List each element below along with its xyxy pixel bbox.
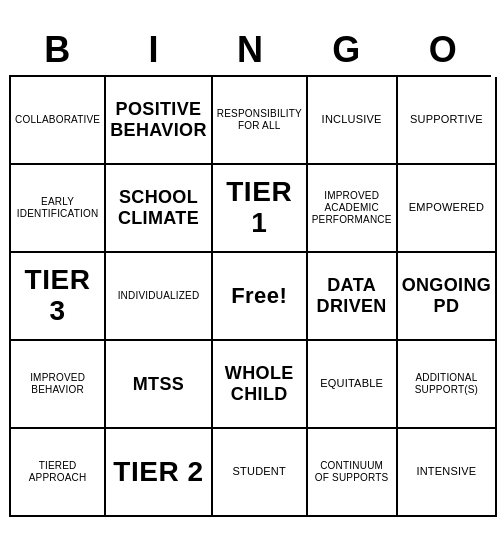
bingo-cell[interactable]: EMPOWERED bbox=[398, 165, 498, 253]
letter-n: N bbox=[206, 29, 294, 71]
bingo-cell[interactable]: SCHOOL CLIMATE bbox=[106, 165, 213, 253]
bingo-grid: COLLABORATIVEPOSITIVE BEHAVIORRESPONSIBI… bbox=[9, 75, 491, 517]
bingo-card: B I N G O COLLABORATIVEPOSITIVE BEHAVIOR… bbox=[5, 23, 495, 521]
bingo-cell[interactable]: COLLABORATIVE bbox=[11, 77, 106, 165]
letter-o: O bbox=[399, 29, 487, 71]
bingo-cell[interactable]: TIER 1 bbox=[213, 165, 308, 253]
bingo-cell[interactable]: TIERED APPROACH bbox=[11, 429, 106, 517]
letter-g: G bbox=[302, 29, 390, 71]
letter-i: I bbox=[110, 29, 198, 71]
bingo-cell[interactable]: EQUITABLE bbox=[308, 341, 398, 429]
bingo-cell[interactable]: STUDENT bbox=[213, 429, 308, 517]
bingo-cell[interactable]: WHOLE CHILD bbox=[213, 341, 308, 429]
bingo-cell[interactable]: ADDITIONAL SUPPORT(S) bbox=[398, 341, 498, 429]
bingo-cell[interactable]: INCLUSIVE bbox=[308, 77, 398, 165]
bingo-cell[interactable]: POSITIVE BEHAVIOR bbox=[106, 77, 213, 165]
bingo-cell[interactable]: ONGOING PD bbox=[398, 253, 498, 341]
bingo-cell[interactable]: RESPONSIBILITY FOR ALL bbox=[213, 77, 308, 165]
bingo-cell[interactable]: EARLY IDENTIFICATION bbox=[11, 165, 106, 253]
bingo-cell[interactable]: INDIVIDUALIZED bbox=[106, 253, 213, 341]
bingo-cell[interactable]: SUPPORTIVE bbox=[398, 77, 498, 165]
bingo-cell[interactable]: IMPROVED ACADEMIC PERFORMANCE bbox=[308, 165, 398, 253]
bingo-cell[interactable]: TIER 2 bbox=[106, 429, 213, 517]
bingo-cell[interactable]: IMPROVED BEHAVIOR bbox=[11, 341, 106, 429]
bingo-cell[interactable]: Free! bbox=[213, 253, 308, 341]
bingo-cell[interactable]: TIER 3 bbox=[11, 253, 106, 341]
bingo-header: B I N G O bbox=[9, 27, 491, 75]
bingo-cell[interactable]: MTSS bbox=[106, 341, 213, 429]
bingo-cell[interactable]: INTENSIVE bbox=[398, 429, 498, 517]
bingo-cell[interactable]: CONTINUUM OF SUPPORTS bbox=[308, 429, 398, 517]
bingo-cell[interactable]: DATA DRIVEN bbox=[308, 253, 398, 341]
letter-b: B bbox=[13, 29, 101, 71]
